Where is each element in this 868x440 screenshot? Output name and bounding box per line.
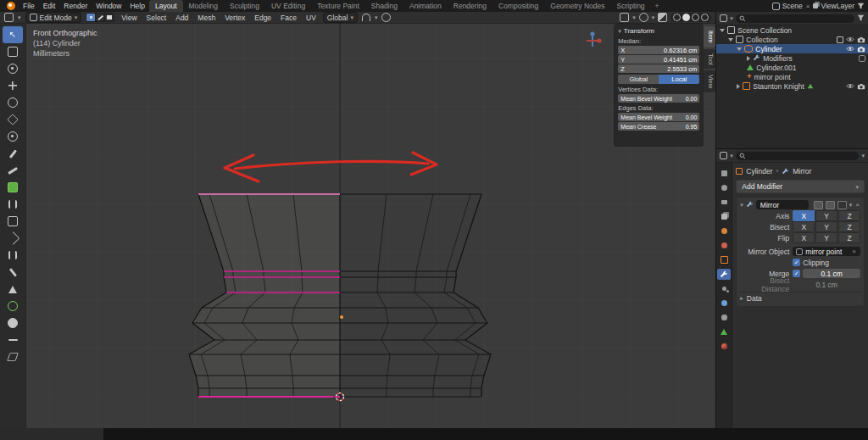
median-y-field[interactable]: Y0.41451 cm [618,55,699,64]
tab-tool[interactable] [717,168,731,179]
flip-y-button[interactable]: Y [815,232,837,243]
workspace-tab-sculpting[interactable]: Sculpting [224,0,265,12]
proportional-edit-icon[interactable] [381,13,391,22]
toggle-realtime-display-icon[interactable] [826,201,835,209]
filter-funnel-icon[interactable] [857,3,865,10]
menu-file[interactable]: File [19,0,39,12]
menu-uv[interactable]: UV [303,14,319,22]
merge-checkbox[interactable]: ✓ [793,270,800,277]
sidebar-tab-view[interactable]: View [704,70,715,92]
vertex-select-button[interactable] [86,14,95,21]
menu-select[interactable]: Select [144,14,170,22]
tool-loop-cut[interactable] [3,247,23,264]
outliner-row-collection[interactable]: Collection [716,35,868,44]
mean-crease-field[interactable]: Mean Crease0.95 [618,122,699,131]
outliner-row-modifiers[interactable]: Modifiers [716,53,868,63]
viewport-canvas-area[interactable]: Front Orthographic (114) Cylinder Millim… [26,24,715,428]
tool-smooth[interactable] [3,315,23,331]
outliner-row-scene-collection[interactable]: Scene Collection [716,25,868,35]
scene-unlink-icon[interactable]: × [805,3,811,10]
outliner-row-cylinder[interactable]: Cylinder [716,44,868,53]
tool-extrude[interactable] [3,196,23,213]
tool-spin[interactable] [3,298,23,315]
median-z-field[interactable]: Z2.5533 cm [618,64,699,73]
toggle-edit-mode-display-icon[interactable] [814,201,823,209]
properties-search-input[interactable] [736,152,860,160]
scene-name[interactable]: Scene [782,2,803,10]
tab-modifiers[interactable] [717,269,731,280]
eye-icon[interactable] [846,46,854,52]
transform-panel-caret-icon[interactable]: ▾ [618,28,621,34]
workspace-tab-scripting[interactable]: Scripting [611,0,651,12]
camera-icon[interactable] [857,46,865,53]
menu-help[interactable]: Help [125,0,148,12]
menu-edit[interactable]: Edit [39,0,60,12]
axis-y-button[interactable]: Y [815,210,837,221]
bisect-x-button[interactable]: X [793,221,815,232]
workspace-tab-geometry-nodes[interactable]: Geometry Nodes [544,0,610,12]
shading-rendered-icon[interactable] [701,14,709,21]
mode-dropdown[interactable]: Edit Mode ▾ [25,12,82,23]
tool-measure[interactable] [3,162,23,179]
workspace-tab-layout[interactable]: Layout [149,0,183,12]
flip-x-button[interactable]: X [793,232,815,243]
menu-window[interactable]: Window [92,0,125,12]
axis-x-button[interactable]: X [793,210,815,221]
bisect-distance-field[interactable]: 0.1 cm [793,280,860,289]
menu-face[interactable]: Face [278,14,299,22]
menu-add[interactable]: Add [173,14,191,22]
tab-object-data[interactable] [717,326,731,337]
outliner-editor-type-icon[interactable] [720,14,727,22]
data-subpanel-toggle[interactable]: ▸ Data [740,292,860,304]
expand-icon[interactable] [737,84,740,89]
expand-icon[interactable] [720,29,725,32]
tab-constraints[interactable] [717,312,731,323]
vertex-bevel-weight-field[interactable]: Mean Bevel Weight0.00 [618,94,699,103]
tab-world[interactable] [717,240,731,251]
outliner-row-staunton-knight[interactable]: Staunton Knight [716,81,868,91]
tool-rotate[interactable] [3,94,23,111]
workspace-tab-uv-editing[interactable]: UV Editing [265,0,311,12]
breadcrumb-modifier[interactable]: Mirror [793,167,811,175]
modifier-close-icon[interactable]: × [854,201,860,209]
bisect-z-button[interactable]: Z [838,221,860,232]
viewlayer-name[interactable]: ViewLayer [821,2,854,10]
tool-bevel[interactable] [3,230,23,247]
blender-logo-icon[interactable] [7,2,15,10]
local-toggle-button[interactable]: Local [659,75,699,84]
modifier-name-field[interactable]: Mirror [756,200,809,209]
shading-material-icon[interactable] [692,14,699,21]
collection-checkbox[interactable] [837,36,843,43]
gizmos-toggle-icon[interactable] [620,13,629,22]
sidebar-tab-tool[interactable]: Tool [704,49,715,70]
shading-wireframe-icon[interactable] [673,14,681,21]
tab-view-layer[interactable] [717,211,731,222]
expand-icon[interactable] [737,47,742,51]
snap-magnet-icon[interactable] [362,14,370,21]
axis-z-button[interactable]: Z [838,210,860,221]
viewport-scene[interactable] [26,24,715,428]
mirror-object-field[interactable]: mirror point × [793,247,860,256]
face-select-button[interactable] [105,14,114,21]
overlays-toggle-icon[interactable] [639,13,648,22]
tab-material[interactable] [717,341,731,352]
properties-options-caret-icon[interactable]: ▾ [861,153,865,159]
tool-tweak[interactable]: ↖ [3,26,23,43]
camera-icon[interactable] [857,83,865,90]
workspace-tab-modeling[interactable]: Modeling [183,0,225,12]
tool-select-box[interactable] [3,43,23,60]
clear-object-icon[interactable]: × [851,248,857,255]
add-workspace-button[interactable]: + [651,0,664,12]
menu-mesh[interactable]: Mesh [195,14,218,22]
tool-knife[interactable] [3,264,23,281]
outliner-row-cylinder-001[interactable]: Cylinder.001 [716,63,868,72]
tool-inset-faces[interactable] [3,213,23,230]
workspace-tab-animation[interactable]: Animation [403,0,448,12]
tool-edge-slide[interactable] [3,331,23,348]
add-modifier-button[interactable]: Add Modifier ▾ [736,180,865,193]
workspace-tab-texture-paint[interactable]: Texture Paint [311,0,365,12]
modifier-expand-icon[interactable]: ▾ [740,202,743,208]
tab-physics[interactable] [717,298,731,309]
tab-render[interactable] [717,182,731,193]
outliner-filter-icon[interactable] [857,14,865,22]
